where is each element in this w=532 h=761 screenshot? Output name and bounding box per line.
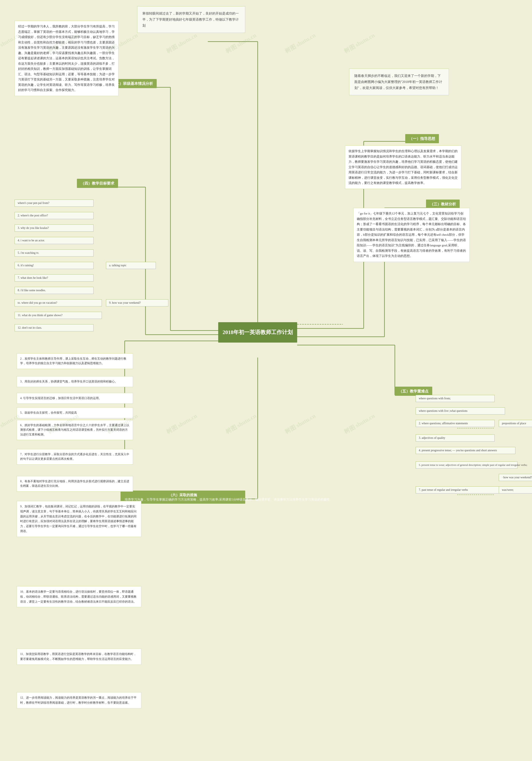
left-item-8-text: 8、有条不紊地对学生进行充分地练，利用洪选学生步形式进行观察训练的，建立后进生档… xyxy=(20,480,129,488)
section-3-content: 「go for it」七年级下册共12个单元，加上复习元七个，文化背景知识给学习… xyxy=(353,208,470,262)
left-item-5: 5、鼓励学生自主探究，合作探究，共同提高 xyxy=(17,407,133,418)
top-intro-box: 寒假转眼间就过去了，新的学期又开始了，良好的开始是成功的一半，为了下学期更好地搞… xyxy=(137,6,245,33)
section-4-item-7: 7. what does he look like? xyxy=(15,274,93,281)
section-1-content: 经过一学期的学习本人，我所教的班，大部分学生学习有所提高，学习态度端正，掌握了英… xyxy=(15,21,119,96)
section-4-item-4: 4. i want to be an actor. xyxy=(15,237,93,244)
section-2-content: 依据学生上学期掌握知识情况和学生的生理和心理以及发展需求，本学期的们的英语课程的… xyxy=(345,146,461,189)
left-item-2: 2．发挥学生主体和教师主导作用，课上采取生生互动，师生互动的教学问题进行教学，培… xyxy=(17,353,133,369)
left-item-4-text: 4. 引导学生实现语言的迁移，加强日常生活中英语口语的运用。 xyxy=(20,397,102,400)
left-item-8: 8、有条不紊地对学生进行充分地练，利用洪选学生步形式进行观察训练的，建立后进生档… xyxy=(17,476,133,492)
section-4-label: （四）教学目标要求 xyxy=(77,179,118,188)
section-4-item-5: 5. i'm watching tv. xyxy=(15,250,93,257)
left-item-7: 7、对学生进行分层教学，采取分层作业的方式逐步化后进生，关注性生，尤其深入中的句… xyxy=(17,449,133,465)
left-item-4: 4. 引导学生实现语言的迁移，加强日常生活中英语口语的运用。 xyxy=(17,393,133,404)
section-4-item-12: 12. don't eat in class. xyxy=(15,324,93,331)
left-item-2-text: 2．发挥学生主体和教师主导作用，课上采取生生互动，师生互动的教学问题进行教学，培… xyxy=(20,357,126,365)
left-item-6-text: 6、抓好学生的基础检测，力争全班和地语言中分之八十的学生水平，主要通过课上以测形… xyxy=(20,424,129,436)
section-4-item-2: 2. where's the post office? xyxy=(15,212,93,219)
section-5-item-7: 7. past tense of regular and irregular v… xyxy=(416,487,505,494)
section-5-item-2: where questions with live ;what question… xyxy=(416,407,505,415)
section-4-item-9: to. where did you go on vacation? xyxy=(15,299,102,306)
center-title: 2018年初一英语教师工作计划 xyxy=(218,322,297,343)
section-4-item-8: 8. i'd like some noodles. xyxy=(15,287,93,294)
left-item-3: 3、用良好的师生关系，协调课堂气氛，培养学生开口说英语的情和积极心。 xyxy=(17,376,133,387)
section-4-item-3: 3. why do you like koalas? xyxy=(15,224,93,232)
section-5-label: （五）教学重难点 xyxy=(395,387,432,396)
section-5-item-waswere: was/were; xyxy=(499,487,532,494)
left-item-5-text: 5、鼓励学生自主探究，合作探究，共同提高 xyxy=(20,411,77,414)
section-5-item-prep: prepositions of place xyxy=(499,420,532,427)
left-item-11: 11、加强交际用语教学，用英语进行交际是英语教学的终末目标，在教学语言功能结构时… xyxy=(17,649,141,665)
section-4-item-11: 11. what do you think of game shows? xyxy=(15,312,102,319)
left-item-6: 6、抓好学生的基础检测，力争全班和地语言中分之八十的学生水平，主要通过课上以测形… xyxy=(17,420,133,440)
section-5-item-4: 3. adjectives of quality xyxy=(416,435,495,441)
section-6-content: 培养学习兴趣，引导学生掌握正确的学习方法和策略，提高学习效率;采用课前5分钟语言… xyxy=(125,498,330,501)
section-5-item-3: 2. where questions; affirmative statemen… xyxy=(416,420,495,427)
title-text: 2018年初一英语教师工作计划 xyxy=(223,329,293,335)
left-item-12: 12、进一步培养阅读能力，阅读能力的培养是英语教学的另一重点，阅读能力的培养在于… xyxy=(17,692,141,708)
left-item-7-text: 7、对学生进行分层教学，采取分层作业的方式逐步化后进生，关注性生，尤其深入中的句… xyxy=(20,453,129,460)
section-1-label: （一）指导思想 xyxy=(405,134,439,143)
top-intro-text: 寒假转眼间就过去了，新的学期又开始了，良好的开始是成功的一半，为了下学期更好地搞… xyxy=(142,12,239,27)
right-intro-box: 随着春天脚步的不断临近，我们又迎来了一个新的学期，下面是由树图网小编为大家整理的… xyxy=(349,69,449,95)
left-item-12-text: 12、进一步培养阅读能力，阅读能力的培养是英语教学的另一重点，阅读能力的培养在于… xyxy=(20,696,136,704)
left-item-9: 9、加强词汇教学，包括集词课词，词记忆记，运用功能的训练，在平观的教学中一定要实… xyxy=(17,501,141,537)
section-5-item-1: where questions with from; xyxy=(416,395,495,402)
section-5-item-6: 5. present tense to wear; adjectives of … xyxy=(416,461,517,469)
right-intro-text: 随着春天脚步的不断临近，我们又迎来了一个新的学期，下面是由树图网小编为大家整理的… xyxy=(354,74,442,89)
section-3-label: （三）教材分析 xyxy=(426,200,460,209)
section-5-item-weekend: · how was your weekend? xyxy=(499,474,532,481)
section-4-item-10: 9. how was your weekend? xyxy=(106,299,168,306)
section-4-item-1: where's your pen pal from? xyxy=(15,200,93,206)
section-4-item-6: 6. it's raining! xyxy=(15,262,93,269)
main-container: 寒假转眼间就过去了，新的学期又开始了，良好的开始是成功的一半，为了下学期更好地搞… xyxy=(0,0,532,761)
left-item-11-text: 11、加强交际用语教学，用英语进行交际是英语教学的终末目标，在教学语言功能结构时… xyxy=(20,653,136,661)
left-item-10: 10、基本的语法教学一定要与语境相结合，进行语法操练时，要坚持四位一体，即语题通… xyxy=(17,586,141,607)
section-5-item-5: 4. present progressive tense; — yes/no q… xyxy=(416,447,515,454)
section-4-item-talking: a. talking topic xyxy=(106,262,156,269)
left-item-10-text: 10、基本的语法教学一定要与语境相结合，进行语法操练时，要坚持四位一体，即语题通… xyxy=(20,590,136,603)
left-item-3-text: 3、用良好的师生关系，协调课堂气氛，培养学生开口说英语的情和积极心。 xyxy=(20,380,118,383)
left-item-9-text: 9、加强词汇教学，包括集词课词，词记忆记，运用功能的训练，在平观的教学中一定要实… xyxy=(20,505,136,533)
